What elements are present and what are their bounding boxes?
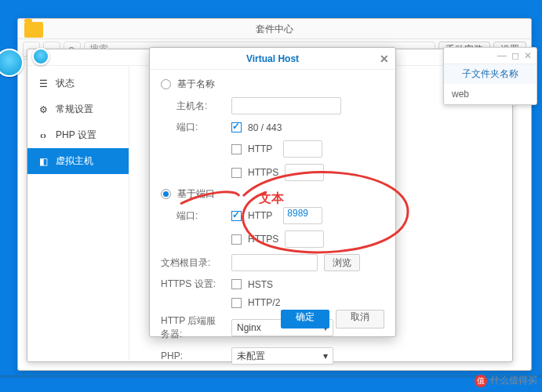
- label-https: HTTPS: [248, 167, 278, 178]
- checkbox-hsts[interactable]: [231, 279, 242, 289]
- checkbox-https-port[interactable]: [231, 234, 242, 245]
- value-80-443: 80 / 443: [248, 122, 282, 133]
- code-icon: ‹›: [37, 129, 49, 142]
- label-http: HTTP: [248, 143, 272, 154]
- https-port-input2[interactable]: [285, 230, 324, 248]
- dialog-title: Virtual Host ✕: [150, 48, 395, 70]
- cancel-button[interactable]: 取消: [336, 310, 384, 328]
- label-hostname: 主机名:: [161, 100, 225, 113]
- window-title: 套件中心: [18, 19, 531, 39]
- close-icon[interactable]: ✕: [524, 50, 532, 61]
- label-hsts: HSTS: [248, 279, 273, 290]
- gear-icon: ⚙: [37, 103, 49, 116]
- subwindow-header: 子文件夹名称: [444, 64, 537, 84]
- label-php: PHP:: [161, 350, 225, 361]
- http-port-input[interactable]: 8989: [283, 207, 322, 224]
- sidebar-item-label: 状态: [56, 77, 75, 90]
- checkbox-https[interactable]: [231, 168, 242, 178]
- php-select[interactable]: 未配置 ▾: [231, 347, 333, 365]
- minimize-icon[interactable]: —: [497, 50, 507, 61]
- hostname-input[interactable]: [231, 97, 341, 114]
- sidebar-item-php[interactable]: ‹› PHP 设置: [27, 122, 129, 148]
- radio-name-based[interactable]: [161, 79, 171, 89]
- checkbox-http-port[interactable]: [231, 211, 242, 221]
- radio-port-based[interactable]: [161, 189, 171, 199]
- dialog-close-icon[interactable]: ✕: [380, 53, 389, 65]
- virtual-host-dialog: Virtual Host ✕ 基于名称 主机名: 端口: 80 / 443 HT…: [149, 47, 396, 337]
- https-port-input-disabled[interactable]: [285, 164, 324, 181]
- label-http2: HTTP: [248, 210, 272, 221]
- label-https-settings: HTTPS 设置:: [161, 278, 225, 291]
- sidebar: ☰ 状态 ⚙ 常规设置 ‹› PHP 设置 ◧ 虚拟主机: [27, 66, 129, 361]
- radio-label: 基于端口: [177, 187, 215, 201]
- label-http2proto: HTTP/2: [248, 297, 280, 308]
- docroot-input[interactable]: [231, 254, 318, 271]
- radio-label: 基于名称: [177, 78, 215, 91]
- sidebar-item-status[interactable]: ☰ 状态: [27, 71, 129, 96]
- checkbox-http2[interactable]: [231, 298, 242, 308]
- taskbar: [0, 375, 542, 378]
- sidebar-item-virtualhost[interactable]: ◧ 虚拟主机: [27, 148, 129, 174]
- label-port2: 端口:: [161, 209, 225, 223]
- browse-button[interactable]: 浏览: [324, 254, 360, 271]
- sidebar-item-label: PHP 设置: [56, 129, 96, 142]
- folder-icon: [24, 22, 43, 38]
- sidebar-item-label: 虚拟主机: [56, 154, 93, 168]
- maximize-icon[interactable]: ◻: [511, 50, 519, 61]
- sidebar-item-label: 常规设置: [56, 103, 93, 116]
- label-https2: HTTPS: [248, 234, 278, 245]
- ok-button[interactable]: 确定: [281, 310, 329, 328]
- list-icon: ☰: [37, 78, 49, 90]
- watermark: 值 什么值得买: [475, 374, 537, 387]
- http-port-input-disabled[interactable]: [283, 140, 322, 158]
- host-icon: ◧: [37, 155, 49, 168]
- chevron-down-icon: ▾: [323, 350, 328, 361]
- subfolder-window: — ◻ ✕ 子文件夹名称 web: [443, 47, 537, 105]
- checkbox-http[interactable]: [231, 144, 242, 154]
- checkbox-80-443[interactable]: [231, 122, 242, 132]
- label-backend: HTTP 后端服务器:: [161, 314, 225, 341]
- label-docroot: 文档根目录:: [161, 256, 225, 270]
- sidebar-item-general[interactable]: ⚙ 常规设置: [27, 96, 129, 122]
- watermark-badge-icon: 值: [475, 375, 487, 387]
- label-port: 端口:: [161, 121, 225, 134]
- subwindow-value: web: [444, 84, 537, 104]
